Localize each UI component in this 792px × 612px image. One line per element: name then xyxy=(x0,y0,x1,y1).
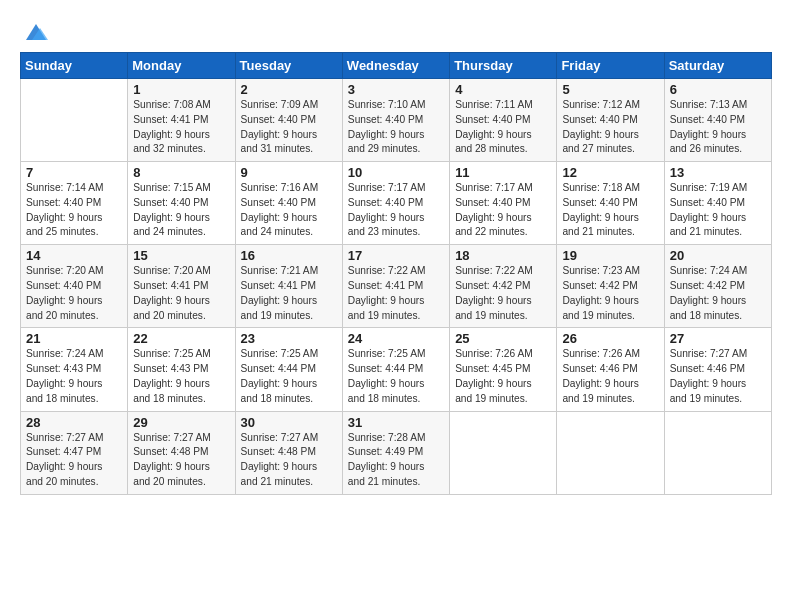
day-number: 11 xyxy=(455,165,551,180)
day-info: Sunrise: 7:28 AM Sunset: 4:49 PM Dayligh… xyxy=(348,431,444,490)
calendar-cell: 1Sunrise: 7:08 AM Sunset: 4:41 PM Daylig… xyxy=(128,79,235,162)
calendar-cell: 9Sunrise: 7:16 AM Sunset: 4:40 PM Daylig… xyxy=(235,162,342,245)
calendar-cell: 30Sunrise: 7:27 AM Sunset: 4:48 PM Dayli… xyxy=(235,411,342,494)
day-number: 30 xyxy=(241,415,337,430)
day-info: Sunrise: 7:16 AM Sunset: 4:40 PM Dayligh… xyxy=(241,181,337,240)
calendar-header-row: SundayMondayTuesdayWednesdayThursdayFrid… xyxy=(21,53,772,79)
calendar-cell: 28Sunrise: 7:27 AM Sunset: 4:47 PM Dayli… xyxy=(21,411,128,494)
day-info: Sunrise: 7:24 AM Sunset: 4:42 PM Dayligh… xyxy=(670,264,766,323)
calendar-cell: 31Sunrise: 7:28 AM Sunset: 4:49 PM Dayli… xyxy=(342,411,449,494)
calendar-header-saturday: Saturday xyxy=(664,53,771,79)
logo xyxy=(20,18,50,46)
calendar-week-row: 1Sunrise: 7:08 AM Sunset: 4:41 PM Daylig… xyxy=(21,79,772,162)
calendar-week-row: 21Sunrise: 7:24 AM Sunset: 4:43 PM Dayli… xyxy=(21,328,772,411)
day-info: Sunrise: 7:13 AM Sunset: 4:40 PM Dayligh… xyxy=(670,98,766,157)
calendar-cell: 15Sunrise: 7:20 AM Sunset: 4:41 PM Dayli… xyxy=(128,245,235,328)
calendar-header-thursday: Thursday xyxy=(450,53,557,79)
calendar-cell: 11Sunrise: 7:17 AM Sunset: 4:40 PM Dayli… xyxy=(450,162,557,245)
calendar-cell: 13Sunrise: 7:19 AM Sunset: 4:40 PM Dayli… xyxy=(664,162,771,245)
day-number: 7 xyxy=(26,165,122,180)
day-number: 14 xyxy=(26,248,122,263)
calendar-cell xyxy=(21,79,128,162)
day-info: Sunrise: 7:22 AM Sunset: 4:42 PM Dayligh… xyxy=(455,264,551,323)
day-info: Sunrise: 7:10 AM Sunset: 4:40 PM Dayligh… xyxy=(348,98,444,157)
calendar-cell: 19Sunrise: 7:23 AM Sunset: 4:42 PM Dayli… xyxy=(557,245,664,328)
day-info: Sunrise: 7:25 AM Sunset: 4:44 PM Dayligh… xyxy=(241,347,337,406)
calendar-cell: 18Sunrise: 7:22 AM Sunset: 4:42 PM Dayli… xyxy=(450,245,557,328)
day-number: 1 xyxy=(133,82,229,97)
day-number: 25 xyxy=(455,331,551,346)
calendar-cell: 22Sunrise: 7:25 AM Sunset: 4:43 PM Dayli… xyxy=(128,328,235,411)
day-number: 8 xyxy=(133,165,229,180)
day-number: 31 xyxy=(348,415,444,430)
day-number: 23 xyxy=(241,331,337,346)
day-info: Sunrise: 7:14 AM Sunset: 4:40 PM Dayligh… xyxy=(26,181,122,240)
day-info: Sunrise: 7:20 AM Sunset: 4:41 PM Dayligh… xyxy=(133,264,229,323)
day-number: 9 xyxy=(241,165,337,180)
day-number: 10 xyxy=(348,165,444,180)
day-info: Sunrise: 7:25 AM Sunset: 4:44 PM Dayligh… xyxy=(348,347,444,406)
day-info: Sunrise: 7:08 AM Sunset: 4:41 PM Dayligh… xyxy=(133,98,229,157)
day-number: 28 xyxy=(26,415,122,430)
calendar-header-tuesday: Tuesday xyxy=(235,53,342,79)
day-info: Sunrise: 7:27 AM Sunset: 4:46 PM Dayligh… xyxy=(670,347,766,406)
day-number: 12 xyxy=(562,165,658,180)
calendar-cell: 14Sunrise: 7:20 AM Sunset: 4:40 PM Dayli… xyxy=(21,245,128,328)
day-info: Sunrise: 7:09 AM Sunset: 4:40 PM Dayligh… xyxy=(241,98,337,157)
day-number: 27 xyxy=(670,331,766,346)
calendar-cell: 29Sunrise: 7:27 AM Sunset: 4:48 PM Dayli… xyxy=(128,411,235,494)
day-info: Sunrise: 7:17 AM Sunset: 4:40 PM Dayligh… xyxy=(455,181,551,240)
calendar-table: SundayMondayTuesdayWednesdayThursdayFrid… xyxy=(20,52,772,495)
day-info: Sunrise: 7:22 AM Sunset: 4:41 PM Dayligh… xyxy=(348,264,444,323)
calendar-cell: 20Sunrise: 7:24 AM Sunset: 4:42 PM Dayli… xyxy=(664,245,771,328)
day-number: 24 xyxy=(348,331,444,346)
calendar-cell: 3Sunrise: 7:10 AM Sunset: 4:40 PM Daylig… xyxy=(342,79,449,162)
calendar-cell: 10Sunrise: 7:17 AM Sunset: 4:40 PM Dayli… xyxy=(342,162,449,245)
calendar-week-row: 14Sunrise: 7:20 AM Sunset: 4:40 PM Dayli… xyxy=(21,245,772,328)
calendar-header-sunday: Sunday xyxy=(21,53,128,79)
calendar-cell: 5Sunrise: 7:12 AM Sunset: 4:40 PM Daylig… xyxy=(557,79,664,162)
day-info: Sunrise: 7:12 AM Sunset: 4:40 PM Dayligh… xyxy=(562,98,658,157)
day-number: 3 xyxy=(348,82,444,97)
day-number: 2 xyxy=(241,82,337,97)
day-number: 4 xyxy=(455,82,551,97)
day-number: 20 xyxy=(670,248,766,263)
calendar-week-row: 28Sunrise: 7:27 AM Sunset: 4:47 PM Dayli… xyxy=(21,411,772,494)
calendar-cell: 7Sunrise: 7:14 AM Sunset: 4:40 PM Daylig… xyxy=(21,162,128,245)
day-number: 15 xyxy=(133,248,229,263)
day-info: Sunrise: 7:27 AM Sunset: 4:48 PM Dayligh… xyxy=(133,431,229,490)
calendar-cell xyxy=(450,411,557,494)
day-info: Sunrise: 7:25 AM Sunset: 4:43 PM Dayligh… xyxy=(133,347,229,406)
page: SundayMondayTuesdayWednesdayThursdayFrid… xyxy=(0,0,792,612)
day-number: 6 xyxy=(670,82,766,97)
day-info: Sunrise: 7:19 AM Sunset: 4:40 PM Dayligh… xyxy=(670,181,766,240)
calendar-header-friday: Friday xyxy=(557,53,664,79)
day-info: Sunrise: 7:11 AM Sunset: 4:40 PM Dayligh… xyxy=(455,98,551,157)
day-number: 5 xyxy=(562,82,658,97)
day-number: 17 xyxy=(348,248,444,263)
day-info: Sunrise: 7:17 AM Sunset: 4:40 PM Dayligh… xyxy=(348,181,444,240)
calendar-cell: 24Sunrise: 7:25 AM Sunset: 4:44 PM Dayli… xyxy=(342,328,449,411)
calendar-cell: 25Sunrise: 7:26 AM Sunset: 4:45 PM Dayli… xyxy=(450,328,557,411)
calendar-cell: 2Sunrise: 7:09 AM Sunset: 4:40 PM Daylig… xyxy=(235,79,342,162)
day-number: 18 xyxy=(455,248,551,263)
day-info: Sunrise: 7:24 AM Sunset: 4:43 PM Dayligh… xyxy=(26,347,122,406)
calendar-header-wednesday: Wednesday xyxy=(342,53,449,79)
day-number: 16 xyxy=(241,248,337,263)
day-info: Sunrise: 7:26 AM Sunset: 4:46 PM Dayligh… xyxy=(562,347,658,406)
day-info: Sunrise: 7:23 AM Sunset: 4:42 PM Dayligh… xyxy=(562,264,658,323)
calendar-cell: 23Sunrise: 7:25 AM Sunset: 4:44 PM Dayli… xyxy=(235,328,342,411)
day-info: Sunrise: 7:27 AM Sunset: 4:47 PM Dayligh… xyxy=(26,431,122,490)
calendar-cell: 12Sunrise: 7:18 AM Sunset: 4:40 PM Dayli… xyxy=(557,162,664,245)
day-number: 29 xyxy=(133,415,229,430)
day-number: 13 xyxy=(670,165,766,180)
day-number: 26 xyxy=(562,331,658,346)
day-number: 22 xyxy=(133,331,229,346)
calendar-cell: 6Sunrise: 7:13 AM Sunset: 4:40 PM Daylig… xyxy=(664,79,771,162)
calendar-cell xyxy=(664,411,771,494)
day-number: 21 xyxy=(26,331,122,346)
calendar-cell xyxy=(557,411,664,494)
calendar-cell: 8Sunrise: 7:15 AM Sunset: 4:40 PM Daylig… xyxy=(128,162,235,245)
calendar-cell: 4Sunrise: 7:11 AM Sunset: 4:40 PM Daylig… xyxy=(450,79,557,162)
day-info: Sunrise: 7:20 AM Sunset: 4:40 PM Dayligh… xyxy=(26,264,122,323)
